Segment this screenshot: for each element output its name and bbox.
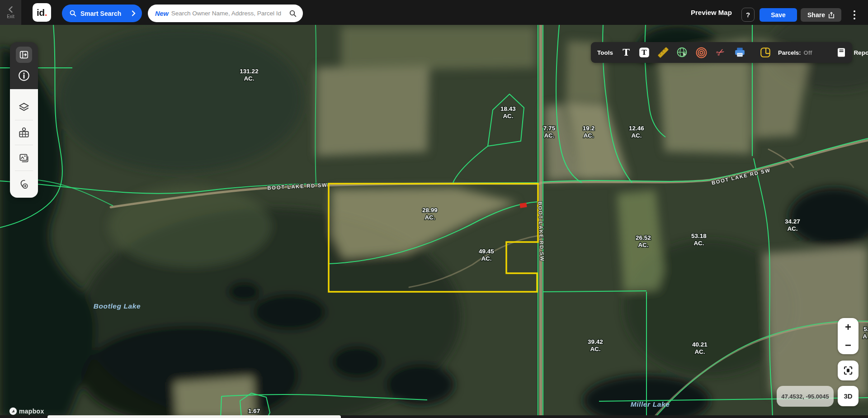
svg-text:AC.: AC.	[481, 255, 491, 262]
svg-text:AC.: AC.	[693, 240, 704, 247]
layers-icon	[18, 101, 30, 113]
svg-text:49.45: 49.45	[479, 248, 494, 255]
map-tools-toolbar: Tools T T	[591, 42, 852, 63]
sidebar-dark-section	[10, 42, 38, 89]
acreage-label: 19.2AC.	[583, 125, 594, 139]
sidebar-item-photos[interactable]	[18, 152, 30, 164]
collapse-panel-icon	[19, 50, 29, 60]
print-tool-button[interactable]	[734, 47, 746, 59]
map-marker[interactable]	[519, 203, 527, 208]
reports-label: Reports	[854, 49, 868, 56]
search-icon[interactable]	[289, 10, 297, 17]
exit-button[interactable]: Exit	[0, 0, 21, 25]
svg-text:AC.: AC.	[638, 242, 648, 248]
map-container[interactable]: 131.22AC. 18.43AC. 7.75AC. 19.2AC. 12.46…	[0, 0, 868, 418]
globe-select-icon	[676, 47, 689, 59]
view-3d-button[interactable]: 3D	[838, 386, 859, 406]
sidebar-item-collapse-panel[interactable]	[16, 47, 32, 63]
svg-text:53.18: 53.18	[691, 233, 707, 239]
tools-label: Tools	[597, 49, 613, 56]
parcels-icon	[760, 47, 771, 58]
svg-text:AC.: AC.	[590, 346, 600, 352]
search-input[interactable]	[171, 10, 287, 17]
share-button[interactable]: Share	[801, 8, 841, 22]
ruler-icon	[657, 46, 670, 59]
back-chevron-icon	[7, 6, 14, 13]
parcels-toggle-button[interactable]	[760, 47, 771, 58]
cursor-coordinates: 47.4532, -95.0045	[777, 386, 834, 407]
svg-text:AC.: AC.	[244, 75, 254, 82]
cut-tool-button[interactable]: ✂	[714, 46, 727, 59]
svg-text:39.42: 39.42	[588, 338, 603, 345]
zoom-out-button[interactable]: −	[838, 336, 859, 354]
smart-search-button[interactable]: Smart Search	[62, 5, 142, 22]
sidebar-divider	[15, 120, 33, 120]
center-focus-icon	[843, 365, 854, 376]
smart-search-label: Smart Search	[80, 10, 127, 17]
svg-text:AC.: AC.	[583, 132, 594, 139]
svg-text:AC.: AC.	[787, 225, 797, 232]
sidebar-divider	[15, 145, 33, 145]
reports-icon	[836, 47, 847, 58]
svg-text:131.22: 131.22	[240, 68, 258, 75]
svg-text:1.67: 1.67	[248, 408, 260, 414]
sidebar-item-map-locations[interactable]	[18, 127, 30, 139]
parcels-label: Parcels:	[778, 49, 801, 56]
recenter-button[interactable]	[838, 361, 859, 380]
kebab-dot	[854, 18, 855, 19]
reports-button[interactable]	[836, 47, 847, 58]
bottom-strip	[0, 415, 868, 418]
sidebar-divider	[15, 171, 33, 171]
globe-select-button[interactable]	[676, 47, 689, 59]
text-tool-button[interactable]: T	[621, 47, 632, 58]
sidebar-item-add-location[interactable]	[18, 179, 30, 190]
kebab-dot	[854, 10, 855, 12]
lake-label: Bootleg Lake	[94, 302, 141, 310]
chevron-right-icon	[132, 10, 136, 16]
svg-text:✂: ✂	[714, 46, 727, 59]
printer-icon	[734, 47, 746, 59]
sidebar-item-layers[interactable]	[18, 101, 30, 113]
radius-rings-icon	[695, 47, 708, 59]
map-pin-icon	[18, 127, 30, 139]
app-logo: id.	[33, 3, 51, 22]
scissors-icon: ✂	[714, 46, 727, 59]
svg-text:AC.: AC.	[694, 348, 705, 355]
logo-text: id	[37, 7, 45, 18]
svg-text:18.43: 18.43	[500, 105, 516, 112]
svg-text:19.2: 19.2	[583, 125, 594, 132]
acreage-label: 7.75AC.	[543, 125, 556, 139]
photo-icon	[18, 152, 30, 164]
kebab-dot	[854, 14, 855, 16]
mapbox-label: mapbox	[19, 408, 44, 415]
share-label: Share	[807, 11, 825, 19]
left-sidebar	[10, 42, 38, 198]
sidebar-item-info[interactable]	[18, 70, 30, 81]
new-badge: New	[155, 10, 169, 17]
text-label-tool-button[interactable]: T	[638, 47, 650, 58]
svg-text:28.99: 28.99	[422, 207, 438, 214]
more-menu-button[interactable]	[849, 8, 860, 22]
svg-text:26.52: 26.52	[636, 234, 651, 241]
measure-ruler-button[interactable]	[657, 46, 670, 59]
bottom-sheet-edge	[47, 415, 341, 418]
search-icon	[70, 10, 76, 17]
zoom-in-button[interactable]: +	[838, 318, 859, 336]
svg-text:40.21: 40.21	[692, 341, 708, 348]
save-button[interactable]: Save	[760, 8, 797, 22]
text-label-tool-icon: T	[638, 47, 650, 58]
svg-text:34.27: 34.27	[785, 218, 800, 225]
share-icon	[828, 12, 835, 19]
radius-rings-button[interactable]	[695, 47, 708, 59]
exit-label: Exit	[7, 14, 14, 19]
svg-text:A: A	[863, 333, 867, 340]
sidebar-light-section	[10, 89, 38, 198]
mapbox-logo-icon	[9, 407, 17, 415]
help-button[interactable]: ?	[741, 8, 755, 22]
logo-dot: .	[45, 7, 47, 18]
land-id-app: 131.22AC. 18.43AC. 7.75AC. 19.2AC. 12.46…	[0, 0, 868, 418]
svg-text:AC.: AC.	[425, 214, 435, 221]
mapbox-attribution[interactable]: mapbox	[9, 407, 44, 415]
top-bar: Exit id. Smart Search New Preview Map ? …	[0, 0, 868, 25]
svg-text:7.75: 7.75	[543, 125, 556, 132]
